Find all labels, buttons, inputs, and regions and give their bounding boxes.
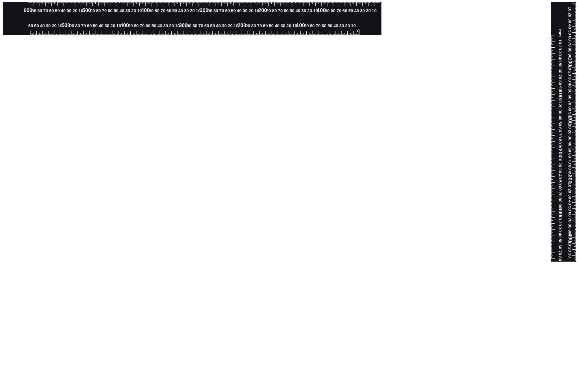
h-inner-360: 60 xyxy=(146,23,151,28)
v-outer-170: 70 xyxy=(568,101,573,105)
h-inner-zero: 0 xyxy=(357,28,360,33)
v-inner-220: 20 xyxy=(558,162,563,167)
v-inner-250: 50 xyxy=(558,180,563,185)
h-outer-20: 20 xyxy=(366,8,371,13)
horizontal-blade: 1020304050607080901001020304050607080902… xyxy=(3,2,381,35)
h-outer-200: 200 xyxy=(258,8,267,13)
h-outer-420: 20 xyxy=(131,8,136,13)
v-outer-50: 50 xyxy=(568,30,573,35)
v-inner-60: 60 xyxy=(558,68,563,73)
h-inner-420: 20 xyxy=(110,23,115,28)
v-outer-230: 30 xyxy=(568,136,573,141)
h-outer-440: 40 xyxy=(119,8,124,13)
h-outer-510: 10 xyxy=(78,8,83,13)
h-outer-310: 10 xyxy=(196,8,201,13)
v-outer-280: 80 xyxy=(568,165,573,170)
v-outer-310: 10 xyxy=(568,183,573,187)
h-outer-50: 50 xyxy=(348,8,353,13)
h-outer-500: 500 xyxy=(82,8,91,13)
v-inner-230: 30 xyxy=(558,168,563,173)
v-outer-270: 70 xyxy=(568,159,573,164)
h-outer-110: 10 xyxy=(313,8,318,13)
v-outer-20: 20 xyxy=(568,12,573,17)
v-inner-360: 60 xyxy=(558,244,563,249)
h-outer-550: 50 xyxy=(55,8,60,13)
v-inner-180: 80 xyxy=(558,139,563,144)
h-inner-460: 60 xyxy=(87,23,92,28)
h-inner-300: 300 xyxy=(179,23,188,28)
v-outer-150: 50 xyxy=(568,89,573,94)
v-outer-320: 20 xyxy=(568,188,573,193)
h-inner-340: 40 xyxy=(157,23,162,28)
h-outer-470: 70 xyxy=(102,8,107,13)
v-inner-310: 10 xyxy=(558,215,563,220)
h-inner-430: 30 xyxy=(105,23,110,28)
h-inner-130: 30 xyxy=(281,23,286,28)
h-inner-70: 70 xyxy=(316,23,321,28)
v-inner-30: 30 xyxy=(558,51,563,56)
h-outer-140: 40 xyxy=(295,8,300,13)
h-outer-340: 40 xyxy=(178,8,183,13)
h-inner-240: 40 xyxy=(216,23,221,28)
h-outer-370: 70 xyxy=(161,8,166,13)
h-outer-570: 70 xyxy=(43,8,48,13)
h-inner-220: 20 xyxy=(228,23,233,28)
v-outer-160: 60 xyxy=(568,94,573,99)
v-outer-210: 10 xyxy=(568,124,573,129)
h-outer-80: 80 xyxy=(331,8,336,13)
h-outer-230: 30 xyxy=(243,8,248,13)
v-outer-40: 40 xyxy=(568,24,573,29)
h-inner-350: 50 xyxy=(151,23,156,28)
h-inner-280: 80 xyxy=(192,23,197,28)
h-inner-80: 80 xyxy=(310,23,315,28)
h-outer-220: 20 xyxy=(249,8,253,13)
h-outer-320: 20 xyxy=(190,8,195,13)
h-inner-180: 80 xyxy=(251,23,256,28)
h-outer-520: 20 xyxy=(73,8,77,13)
h-outer-410: 10 xyxy=(137,8,142,13)
v-inner-160: 60 xyxy=(558,127,563,132)
h-inner-210: 10 xyxy=(234,23,238,28)
h-inner-410: 10 xyxy=(116,23,121,28)
h-outer-560: 60 xyxy=(49,8,54,13)
h-inner-50: 50 xyxy=(327,23,332,28)
h-outer-170: 70 xyxy=(278,8,283,13)
v-outer-70: 70 xyxy=(568,42,573,47)
v-outer-350: 50 xyxy=(568,206,573,211)
hang-hole xyxy=(363,56,368,62)
framing-square: 1020304050607080901001020304050607080902… xyxy=(0,0,578,392)
h-inner-560: 60 xyxy=(28,23,33,28)
h-outer-480: 80 xyxy=(96,8,101,13)
v-inner-140: 40 xyxy=(558,116,563,120)
h-outer-400: 400 xyxy=(141,8,150,13)
v-inner-340: 40 xyxy=(558,233,563,238)
h-outer-280: 80 xyxy=(213,8,218,13)
h-outer-600: 600 xyxy=(24,8,32,13)
v-outer-240: 40 xyxy=(568,142,573,146)
h-inner-230: 30 xyxy=(222,23,227,28)
v-outer-220: 20 xyxy=(568,130,573,135)
v-outer-330: 30 xyxy=(568,194,573,199)
h-inner-500: 500 xyxy=(62,23,70,28)
v-inner-370: 70 xyxy=(558,250,563,255)
h-outer-580: 80 xyxy=(37,8,42,13)
v-inner-300: 300 xyxy=(557,207,563,216)
v-outer-430: 30 xyxy=(568,253,573,258)
h-outer-300: 300 xyxy=(200,8,208,13)
h-outer-270: 70 xyxy=(219,8,224,13)
v-inner-270: 70 xyxy=(558,192,563,197)
h-inner-520: 20 xyxy=(52,23,57,28)
h-outer-10: 10 xyxy=(372,8,377,13)
v-outer-80: 80 xyxy=(568,48,573,53)
h-inner-400: 400 xyxy=(120,23,129,28)
h-outer-260: 60 xyxy=(225,8,230,13)
v-outer-200: 200 xyxy=(567,116,573,125)
h-outer-210: 10 xyxy=(254,8,259,13)
v-outer-110: 10 xyxy=(568,65,573,70)
h-inner-550: 50 xyxy=(34,23,39,28)
v-inner-350: 50 xyxy=(558,239,563,244)
unit-mm: mm xyxy=(558,29,563,37)
h-inner-260: 60 xyxy=(204,23,209,28)
v-outer-300: 300 xyxy=(567,175,573,183)
v-outer-360: 60 xyxy=(568,212,573,217)
